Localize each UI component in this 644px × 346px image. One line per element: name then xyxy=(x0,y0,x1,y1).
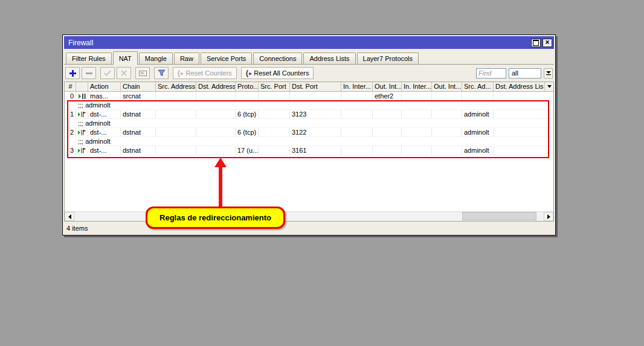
scope-dropdown-button[interactable] xyxy=(544,68,553,78)
filter-scope-select[interactable]: all xyxy=(509,68,541,78)
cell-action: dst-... xyxy=(88,128,121,136)
cell-out_if xyxy=(373,128,402,136)
disable-button[interactable] xyxy=(117,67,131,79)
column-header-in_if_list[interactable]: In. Inter... xyxy=(402,82,432,91)
tab-raw[interactable]: Raw xyxy=(174,53,199,64)
nat-rules-table: #ActionChainSrc. AddressDst. AddressProt… xyxy=(64,82,554,222)
desktop-background: Firewall × Filter RulesNATMangleRawServi… xyxy=(0,0,644,346)
cell-out_if_list xyxy=(432,92,462,100)
tab-service-ports[interactable]: Service Ports xyxy=(201,53,252,64)
cell-chain: dstnat xyxy=(121,128,156,136)
remove-button[interactable] xyxy=(82,67,96,79)
cell-dst_address xyxy=(196,128,236,136)
comment-text: ;;; adminolt xyxy=(65,119,111,127)
scrollbar-thumb[interactable] xyxy=(462,212,536,220)
column-header-out_if_list[interactable]: Out. Int... xyxy=(432,82,462,91)
cell-dst_port xyxy=(290,92,341,100)
status-bar: 4 items xyxy=(64,222,554,234)
column-header-src_addr_list[interactable]: Src. Ad... xyxy=(462,82,494,91)
dstnat-icon xyxy=(76,110,88,118)
cell-num: 1 xyxy=(65,110,76,118)
comment-row[interactable]: ;;; adminolt xyxy=(65,101,553,110)
cell-src_addr_list: adminolt xyxy=(462,128,494,136)
column-header-in_if[interactable]: In. Inter... xyxy=(341,82,373,91)
column-menu-button[interactable] xyxy=(544,82,553,91)
comment-text: ;;; adminolt xyxy=(65,101,111,109)
tab-filter-rules[interactable]: Filter Rules xyxy=(66,53,112,64)
cell-dst_addr_list xyxy=(494,146,553,155)
dropdown-arrow-icon xyxy=(546,71,551,75)
cell-in_if xyxy=(341,110,373,118)
comment-row[interactable]: ;;; adminolt xyxy=(65,119,553,128)
cell-out_if xyxy=(373,146,402,155)
table-body: 0mas...srcnatether2;;; adminolt1dst-...d… xyxy=(65,92,553,155)
tab-address-lists[interactable]: Address Lists xyxy=(303,53,355,64)
cell-out_if_list xyxy=(432,146,462,155)
cell-in_if xyxy=(341,92,373,100)
cell-num: 3 xyxy=(65,146,76,155)
reset-all-counters-button[interactable]: (● Reset All Counters xyxy=(241,67,314,79)
column-header-dst_port[interactable]: Dst. Port xyxy=(290,82,341,91)
tab-connections[interactable]: Connections xyxy=(253,53,302,64)
reset-counters-button[interactable]: (● Reset Counters xyxy=(173,67,237,79)
plus-icon xyxy=(69,69,77,77)
comment-icon xyxy=(139,70,147,77)
cell-src_port xyxy=(259,146,290,155)
cell-out_if: ether2 xyxy=(373,92,402,100)
column-header-dst_address[interactable]: Dst. Address xyxy=(196,82,236,91)
scroll-left-button[interactable] xyxy=(65,212,74,221)
scrollbar-track[interactable] xyxy=(74,212,544,221)
table-row[interactable]: 2dst-...dstnat6 (tcp)3122adminolt xyxy=(65,128,553,137)
column-header-action[interactable]: Action xyxy=(88,82,121,91)
column-header-src_port[interactable]: Src. Port xyxy=(259,82,290,91)
table-header-row: #ActionChainSrc. AddressDst. AddressProt… xyxy=(65,82,553,92)
column-header-dst_addr_list[interactable]: Dst. Address Lis xyxy=(494,82,544,91)
firewall-window: Firewall × Filter RulesNATMangleRawServi… xyxy=(62,34,556,235)
tab-nat[interactable]: NAT xyxy=(113,51,138,65)
table-row[interactable]: 3dst-...dstnat17 (u...3161adminolt xyxy=(65,146,553,155)
column-header-chain[interactable]: Chain xyxy=(121,82,156,91)
cell-proto: 6 (tcp) xyxy=(236,110,259,118)
cell-dst_addr_list xyxy=(494,110,553,118)
table-row[interactable]: 0mas...srcnatether2 xyxy=(65,92,553,101)
column-header-src_address[interactable]: Src. Address xyxy=(156,82,196,91)
find-input[interactable] xyxy=(476,68,506,78)
cell-chain: dstnat xyxy=(121,146,156,155)
scroll-right-button[interactable] xyxy=(544,212,553,221)
tab-mangle[interactable]: Mangle xyxy=(139,53,173,64)
horizontal-scrollbar[interactable] xyxy=(65,211,553,221)
cell-dst_address xyxy=(196,146,236,155)
close-button[interactable]: × xyxy=(543,39,552,47)
cell-in_if_list xyxy=(402,128,432,136)
cell-chain: srcnat xyxy=(121,92,156,100)
reset-counter-icon: (● xyxy=(178,69,183,77)
comment-button[interactable] xyxy=(135,67,150,79)
enable-button[interactable] xyxy=(100,67,115,79)
scroll-right-icon xyxy=(547,214,550,219)
column-header-num[interactable]: # xyxy=(65,82,76,91)
cell-action: dst-... xyxy=(88,110,121,118)
dstnat-icon xyxy=(76,146,88,155)
cell-num: 2 xyxy=(65,128,76,136)
tab-layer7-protocols[interactable]: Layer7 Protocols xyxy=(357,53,419,64)
column-header-out_if[interactable]: Out. Int... xyxy=(373,82,402,91)
column-header-icon[interactable] xyxy=(76,82,88,91)
maximize-button[interactable] xyxy=(531,39,541,47)
column-menu-arrow-icon xyxy=(547,85,552,88)
cell-action: dst-... xyxy=(88,146,121,155)
cell-num: 0 xyxy=(65,92,76,100)
add-button[interactable] xyxy=(65,67,80,79)
find-group: all xyxy=(476,68,553,78)
window-titlebar[interactable]: Firewall × xyxy=(64,36,554,49)
table-row[interactable]: 1dst-...dstnat6 (tcp)3123adminolt xyxy=(65,110,553,119)
maximize-icon xyxy=(533,40,539,46)
cell-proto xyxy=(236,92,259,100)
items-count: 4 items xyxy=(66,225,88,232)
cell-out_if_list xyxy=(432,128,462,136)
column-header-proto[interactable]: Proto... xyxy=(236,82,259,91)
comment-row[interactable]: ;;; adminolt xyxy=(65,137,553,146)
cell-src_port xyxy=(259,110,290,118)
cell-in_if_list xyxy=(402,110,432,118)
cell-src_address xyxy=(156,128,196,136)
filter-button[interactable] xyxy=(154,67,169,79)
